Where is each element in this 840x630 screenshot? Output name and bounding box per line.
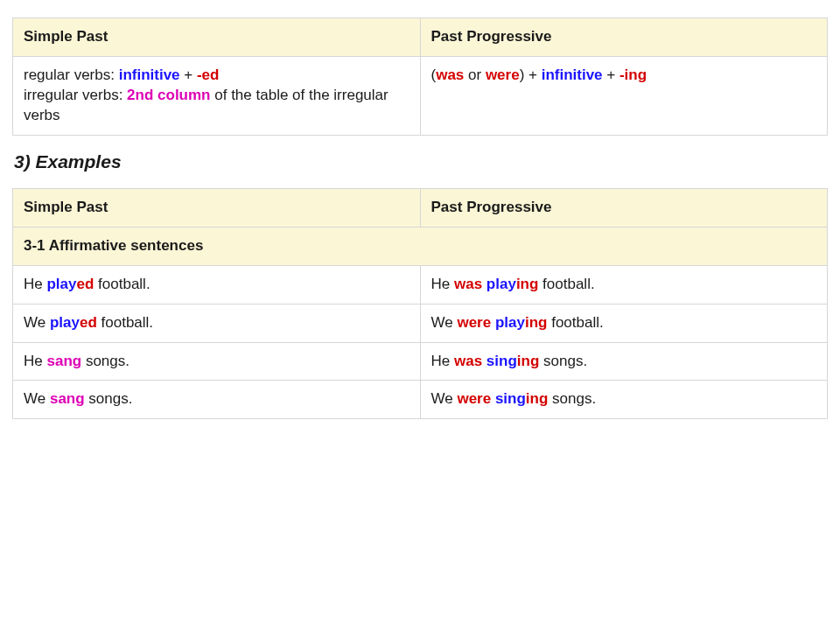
infinitive-label: infinitive bbox=[119, 66, 180, 83]
example-simple-past: He sang songs. bbox=[13, 342, 421, 381]
table2-header-simple-past: Simple Past bbox=[13, 188, 421, 227]
table-row: He sang songs. He was singing songs. bbox=[13, 342, 828, 381]
section-title-examples: 3) Examples bbox=[14, 151, 828, 172]
text: irregular verbs: bbox=[24, 87, 127, 103]
verb-stem: play bbox=[495, 314, 525, 331]
aux-verb: was bbox=[454, 353, 482, 369]
formation-table: Simple Past Past Progressive regular ver… bbox=[12, 18, 828, 136]
aux-verb: were bbox=[457, 314, 491, 331]
text: ) + bbox=[520, 66, 542, 83]
text: or bbox=[464, 66, 486, 83]
was-label: was bbox=[436, 66, 464, 83]
ed-suffix: -ed bbox=[197, 66, 220, 83]
verb-suffix: ing bbox=[516, 276, 539, 292]
verb-stem: play bbox=[46, 276, 76, 292]
table-row: He played football. He was playing footb… bbox=[13, 265, 828, 304]
table1-past-progressive-cell: (was or were) + infinitive + -ing bbox=[420, 56, 828, 135]
verb-stem: sang bbox=[50, 390, 85, 407]
table1-simple-past-cell: regular verbs: infinitive + -ed irregula… bbox=[13, 56, 421, 135]
example-past-progressive: We were playing football. bbox=[420, 304, 828, 342]
table-row: We played football. We were playing foot… bbox=[13, 304, 828, 342]
verb-suffix: ed bbox=[77, 276, 94, 292]
table2-subhead-affirmative: 3-1 Affirmative sentences bbox=[13, 227, 828, 265]
example-past-progressive: He was singing songs. bbox=[420, 342, 828, 381]
text: We bbox=[24, 314, 50, 331]
verb-stem: play bbox=[486, 276, 516, 292]
text: We bbox=[431, 390, 458, 407]
example-past-progressive: He was playing football. bbox=[420, 265, 828, 304]
text: football. bbox=[97, 314, 153, 331]
were-label: were bbox=[486, 66, 520, 83]
example-simple-past: We sang songs. bbox=[13, 381, 421, 419]
verb-stem: sing bbox=[486, 353, 517, 369]
example-simple-past: He played football. bbox=[13, 265, 421, 304]
text: football. bbox=[94, 276, 150, 292]
examples-table: Simple Past Past Progressive 3-1 Affirma… bbox=[12, 188, 828, 420]
infinitive-label: infinitive bbox=[542, 66, 603, 83]
text: We bbox=[24, 390, 50, 407]
text: He bbox=[24, 353, 46, 369]
verb-suffix: ing bbox=[526, 390, 549, 407]
text: + bbox=[603, 66, 620, 83]
aux-verb: was bbox=[454, 276, 482, 292]
text: + bbox=[180, 66, 197, 83]
table2-header-past-progressive: Past Progressive bbox=[420, 188, 828, 227]
text: He bbox=[431, 276, 454, 292]
text: songs. bbox=[539, 353, 587, 369]
verb-suffix: ing bbox=[525, 314, 548, 331]
text: football. bbox=[538, 276, 594, 292]
verb-stem: sing bbox=[495, 390, 526, 407]
example-past-progressive: We were singing songs. bbox=[420, 381, 828, 419]
text: He bbox=[431, 353, 454, 369]
second-column-label: 2nd column bbox=[127, 87, 210, 103]
table1-header-past-progressive: Past Progressive bbox=[420, 18, 828, 57]
verb-stem: sang bbox=[46, 353, 81, 369]
text: We bbox=[431, 314, 458, 331]
table1-header-simple-past: Simple Past bbox=[13, 18, 421, 57]
verb-suffix: ing bbox=[517, 353, 540, 369]
text: songs. bbox=[548, 390, 596, 407]
verb-stem: play bbox=[50, 314, 80, 331]
text: regular verbs: bbox=[24, 66, 119, 83]
aux-verb: were bbox=[457, 390, 491, 407]
example-simple-past: We played football. bbox=[13, 304, 421, 342]
ing-suffix: -ing bbox=[620, 66, 647, 83]
text: songs. bbox=[81, 353, 130, 369]
verb-suffix: ed bbox=[80, 314, 97, 331]
text: football. bbox=[547, 314, 603, 331]
table-row: We sang songs. We were singing songs. bbox=[13, 381, 828, 419]
text: He bbox=[24, 276, 46, 292]
text: songs. bbox=[85, 390, 133, 407]
